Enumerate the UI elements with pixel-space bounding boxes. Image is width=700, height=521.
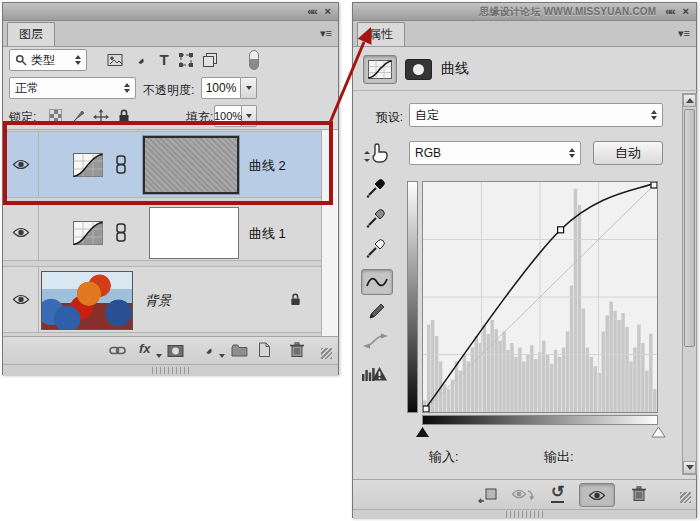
adjustment-dropdown-arrow-icon <box>219 354 225 358</box>
edit-points-curve-tool-button[interactable] <box>361 269 393 295</box>
opacity-value-field[interactable]: 100% <box>201 77 241 99</box>
fill-value-field[interactable]: 100% <box>214 105 242 127</box>
properties-scrollbar[interactable] <box>682 93 697 475</box>
eye-icon[interactable] <box>12 226 30 239</box>
lock-pixels-brush-icon[interactable] <box>70 108 86 124</box>
layer-row-curves-1[interactable]: 曲线 1 <box>3 204 321 261</box>
layer-visibility-cell[interactable] <box>3 267 39 332</box>
layer-name[interactable]: 背景 <box>145 292 171 310</box>
tab-layers[interactable]: 图层 <box>7 22 55 46</box>
new-adjustment-layer-icon[interactable]: ◑ <box>201 342 217 358</box>
layer-mask-thumbnail[interactable] <box>143 136 239 194</box>
new-group-folder-icon[interactable] <box>231 343 248 357</box>
eye-icon[interactable] <box>12 158 30 171</box>
scroll-up-button[interactable] <box>683 94 696 107</box>
view-previous-state-icon[interactable] <box>511 487 535 502</box>
link-layers-icon[interactable] <box>109 344 126 357</box>
scroll-down-arrow-icon <box>686 465 694 470</box>
layers-panel: «« × 图层 ▾≡ 类型 ◑ T 正常 不透 <box>2 2 339 375</box>
tab-properties-label: 属性 <box>369 26 393 43</box>
fill-dropdown-button[interactable] <box>242 105 257 127</box>
filter-smart-objects-icon[interactable] <box>201 51 219 69</box>
layer-row-background[interactable]: 背景 <box>3 266 321 333</box>
fill-value: 100% <box>214 110 242 122</box>
filter-shape-layers-icon[interactable] <box>177 51 195 69</box>
eye-icon[interactable] <box>12 293 30 306</box>
shadow-input-slider[interactable] <box>415 426 430 438</box>
layer-row-curves-2[interactable]: 曲线 2 <box>3 131 321 198</box>
opacity-value: 100% <box>206 81 237 95</box>
delete-adjustment-trash-icon[interactable] <box>631 485 647 502</box>
delete-layer-trash-icon[interactable] <box>289 341 305 358</box>
clip-to-layer-icon[interactable] <box>477 487 497 503</box>
panel-menu-icon[interactable]: ▾≡ <box>320 28 332 39</box>
white-point-eyedropper-icon[interactable] <box>365 239 385 259</box>
layer-visibility-cell[interactable] <box>3 132 39 197</box>
new-layer-icon[interactable] <box>257 342 271 358</box>
lock-position-move-icon[interactable] <box>92 108 109 125</box>
mask-icon[interactable] <box>405 59 432 80</box>
blend-row: 正常 不透明度: 100% <box>3 74 340 102</box>
curve-wave-icon <box>366 275 388 290</box>
mask-link-icon[interactable] <box>116 223 126 242</box>
histogram-clipping-warning-icon[interactable] <box>361 363 388 383</box>
filter-type-layers-icon[interactable]: T <box>156 50 172 69</box>
curves-adjustment-thumbnail-icon[interactable] <box>73 153 103 177</box>
scroll-down-button[interactable] <box>683 461 696 474</box>
layer-name[interactable]: 曲线 1 <box>249 225 286 243</box>
pencil-tool-icon[interactable] <box>367 301 386 320</box>
filter-toggle-switch[interactable] <box>249 50 259 70</box>
tab-properties[interactable]: 属性 <box>357 22 405 46</box>
smooth-curve-icon[interactable] <box>363 333 389 350</box>
layer-mask-thumbnail[interactable] <box>149 207 239 259</box>
close-panel-icon[interactable]: × <box>325 6 331 17</box>
panel-resize-grip[interactable] <box>321 348 332 359</box>
properties-bottom-strip <box>353 509 696 519</box>
fill-label: 填充: <box>186 109 213 126</box>
collapse-panel-icon[interactable]: «« <box>665 6 673 17</box>
toggle-visibility-button[interactable] <box>579 483 615 507</box>
filter-pixel-layers-icon[interactable] <box>105 51 125 69</box>
curves-adjustment-thumbnail-icon[interactable] <box>73 221 103 245</box>
lock-all-icon[interactable] <box>116 107 131 124</box>
auto-button[interactable]: 自动 <box>593 141 663 165</box>
drag-handle-dots[interactable] <box>152 367 190 374</box>
layers-scrollbar-track[interactable] <box>321 130 338 337</box>
updown-arrows-icon <box>124 83 130 93</box>
blend-mode-select[interactable]: 正常 <box>9 77 136 99</box>
gray-point-eyedropper-icon[interactable] <box>365 209 385 229</box>
highlight-input-slider[interactable] <box>651 426 666 438</box>
filter-type-select[interactable]: 类型 <box>9 49 87 71</box>
panel-menu-icon[interactable]: ▾≡ <box>678 28 690 39</box>
preset-label: 预设: <box>355 109 403 126</box>
layer-visibility-cell[interactable] <box>3 205 39 260</box>
curves-adjustment-icon-button[interactable] <box>363 55 397 84</box>
targeted-adjustment-hand-icon[interactable] <box>361 139 393 167</box>
channel-select[interactable]: RGB <box>409 141 581 165</box>
tab-layers-label: 图层 <box>19 26 43 43</box>
updown-arrows-icon <box>75 55 81 65</box>
panel-resize-grip[interactable] <box>680 492 691 503</box>
reset-adjustment-icon[interactable]: ↺ <box>551 483 564 503</box>
preset-select[interactable]: 自定 <box>409 103 663 127</box>
scroll-up-arrow-icon <box>686 98 694 103</box>
collapse-panel-icon[interactable]: «« <box>307 6 315 17</box>
layer-style-fx-icon[interactable]: fx <box>139 341 151 356</box>
background-layer-thumbnail[interactable] <box>41 271 133 330</box>
channel-value: RGB <box>415 146 441 160</box>
filter-adjustment-layers-icon[interactable]: ◑ <box>132 51 150 69</box>
properties-panel-titlebar: 思缘设计论坛 WWW.MISSYUAN.COM «« × <box>353 3 696 21</box>
curves-grid[interactable] <box>422 181 658 413</box>
input-gradient-bar <box>422 415 658 425</box>
lock-label: 锁定: <box>9 109 36 126</box>
opacity-dropdown-button[interactable] <box>241 77 257 99</box>
layer-name[interactable]: 曲线 2 <box>249 157 286 175</box>
scrollbar-thumb[interactable] <box>684 109 695 347</box>
close-panel-icon[interactable]: × <box>683 6 689 17</box>
lock-transparency-icon[interactable] <box>49 109 62 122</box>
mask-link-icon[interactable] <box>116 155 126 174</box>
add-layer-mask-icon[interactable] <box>167 344 184 358</box>
black-point-eyedropper-icon[interactable] <box>365 179 385 199</box>
drag-handle-dots[interactable] <box>506 511 544 518</box>
eye-icon <box>588 489 606 502</box>
